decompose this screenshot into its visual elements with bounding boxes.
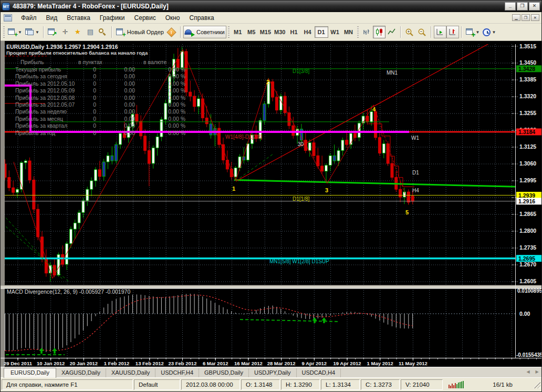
tab-xauusd-daily[interactable]: XAUUSD,Daily <box>106 368 155 377</box>
candle-body <box>193 96 196 107</box>
menu-service[interactable]: Сервис <box>130 13 161 23</box>
chart-text: 0.00 <box>124 87 136 94</box>
menu-charts[interactable]: Графики <box>95 13 130 23</box>
chart-text: D1[3/8] <box>293 68 309 74</box>
menu-view[interactable]: Вид <box>41 13 62 23</box>
chart-text: 1.3320 <box>519 93 536 99</box>
status-profile[interactable]: Default <box>134 379 180 390</box>
title-bar[interactable]: MT 483879: MetaTrader 4 - RoboForex - [E… <box>1 1 541 12</box>
status-volume: V: 21040 <box>401 379 443 390</box>
chart-text: 1.3385 <box>519 76 536 82</box>
timeframe-m15[interactable]: M15 <box>258 26 273 38</box>
expert-advisors-label: Советники <box>196 29 225 35</box>
timeframe-m1[interactable]: M1 <box>231 26 245 38</box>
clock-icon <box>483 28 491 36</box>
chart-text: 1.2865 <box>519 211 536 217</box>
tab-usdcad-h4[interactable]: USDCAD,H4 <box>297 368 341 377</box>
chart-text: 0.00 <box>124 95 136 101</box>
status-help-text: Для справки, нажмите F1 <box>2 379 133 390</box>
menu-window[interactable]: Окно <box>161 13 185 23</box>
chart-text: 1.3184 <box>518 129 535 135</box>
new-order-button[interactable]: + Новый Ордер <box>114 26 165 38</box>
terminal-button[interactable]: ▤ <box>84 26 97 38</box>
zoom-out-button[interactable] <box>416 26 429 38</box>
chart-text: 0.00 <box>124 73 136 79</box>
chart-text: 0 <box>93 87 96 94</box>
candle-body <box>156 137 159 148</box>
chart-text: EURUSD,Daily 1.2936 1.2957 1.2904 1.2916 <box>6 44 118 50</box>
candle-body <box>325 165 328 171</box>
tab-scroll-right-arrow[interactable]: ▶ <box>533 368 541 376</box>
metaeditor-alert-button[interactable]: ! <box>165 26 178 38</box>
chart-text: MACD Divergence(12, 26, 9) -0.005927 -0.… <box>7 288 130 295</box>
candle-body <box>181 51 183 68</box>
chart-text: Прибыль за 2012.05.10 <box>15 80 75 87</box>
close-button[interactable]: ✕ <box>529 2 540 11</box>
timeframe-mn[interactable]: MN <box>342 26 356 38</box>
chart-text: 23 Feb 2012 <box>169 360 197 366</box>
menu-file[interactable]: Файл <box>16 13 41 23</box>
toolbar-grip[interactable] <box>3 26 5 38</box>
indicators-button[interactable]: +▼ <box>464 26 482 38</box>
chart-text: 0.00 % <box>168 101 185 108</box>
chart-left-edge <box>1 41 5 367</box>
chart-text: 2 <box>266 79 269 85</box>
chart-text: 0.00 % <box>168 73 185 79</box>
candle-body <box>197 99 200 107</box>
timeframe-m30[interactable]: M30 <box>273 26 287 38</box>
chart-text: 0 <box>93 116 96 122</box>
chart-text: 1.2735 <box>519 244 536 251</box>
crosshair-button[interactable]: ✛ <box>59 26 71 38</box>
tab-xagusd-daily[interactable]: XAGUSD,Daily <box>56 368 106 377</box>
menu-insert[interactable]: Вставка <box>62 13 95 23</box>
resize-grip[interactable] <box>533 381 540 388</box>
line-chart-button[interactable] <box>385 26 398 38</box>
profiles-button[interactable]: ▼ <box>24 26 41 38</box>
tab-gbpusd-daily[interactable]: GBPUSD,Daily <box>199 368 249 377</box>
chart-window-icon[interactable] <box>4 14 12 22</box>
mdi-close-button[interactable]: ✕ <box>531 14 539 21</box>
bar-chart-button[interactable] <box>360 26 373 38</box>
mdi-minimize-button[interactable]: ▁ <box>512 14 520 21</box>
market-watch-button[interactable]: ↗ <box>46 26 59 38</box>
candle-body <box>275 97 278 110</box>
expert-advisors-button[interactable]: Советники <box>183 26 226 38</box>
metatrader-window: MT 483879: MetaTrader 4 - RoboForex - [E… <box>0 0 542 392</box>
mdi-restore-button[interactable]: ❐ <box>522 14 530 21</box>
chart-text: 0.00 % <box>168 66 185 73</box>
chart-text: 0.00 <box>124 130 136 136</box>
price-chart-canvas[interactable]: D1[3/8]MN1W1[4/8]-D1[2/8]W1D1H4D1[1/8]MN… <box>1 41 542 367</box>
candlestick-chart-button[interactable] <box>373 26 385 38</box>
timeframe-h4[interactable]: H4 <box>301 26 315 38</box>
strategy-tester-button[interactable] <box>97 26 109 38</box>
timeframe-h1[interactable]: H1 <box>287 26 301 38</box>
zoom-in-button[interactable] <box>403 26 416 38</box>
chart-text: 0.0100895 <box>517 288 542 294</box>
chart-shift-button[interactable] <box>446 26 459 38</box>
chart-text: 0.00 % <box>168 108 185 115</box>
tab-scroll-left-arrow[interactable]: ◀ <box>524 368 532 376</box>
auto-scroll-button[interactable] <box>434 26 446 38</box>
chart-text: 0.00 <box>124 101 136 108</box>
chart-text: Прибыль за 2012.05.09 <box>15 87 75 94</box>
tab-usdjpy-daily[interactable]: USDJPY,Daily <box>249 368 297 377</box>
navigator-button[interactable]: ★ <box>71 26 84 38</box>
chart-text: D1 <box>412 170 419 176</box>
tab-usdchf-h4[interactable]: USDCHF,H4 <box>155 368 199 377</box>
candle-body <box>300 129 303 140</box>
menu-help[interactable]: Справка <box>185 13 219 23</box>
periods-button[interactable]: ▼ <box>481 26 497 38</box>
minimize-button[interactable]: _ <box>505 2 516 11</box>
tab-eurusd-daily[interactable]: EURUSD,Daily <box>4 368 56 378</box>
candle-body <box>136 114 138 121</box>
timeframe-m5[interactable]: M5 <box>245 26 258 38</box>
new-chart-button[interactable]: +▼ <box>6 26 24 38</box>
chart-text: 13 Feb 2012 <box>136 360 164 366</box>
status-open: O: 1.3148 <box>241 379 280 390</box>
chart-text: MN1[5/8] W1[2/8] D1SUP <box>269 259 329 264</box>
candle-body <box>74 223 76 229</box>
timeframe-w1[interactable]: W1 <box>328 26 342 38</box>
timeframe-d1[interactable]: D1 <box>315 26 328 38</box>
maximize-button[interactable]: ❐ <box>517 2 528 11</box>
zoom-in-icon <box>405 28 414 37</box>
